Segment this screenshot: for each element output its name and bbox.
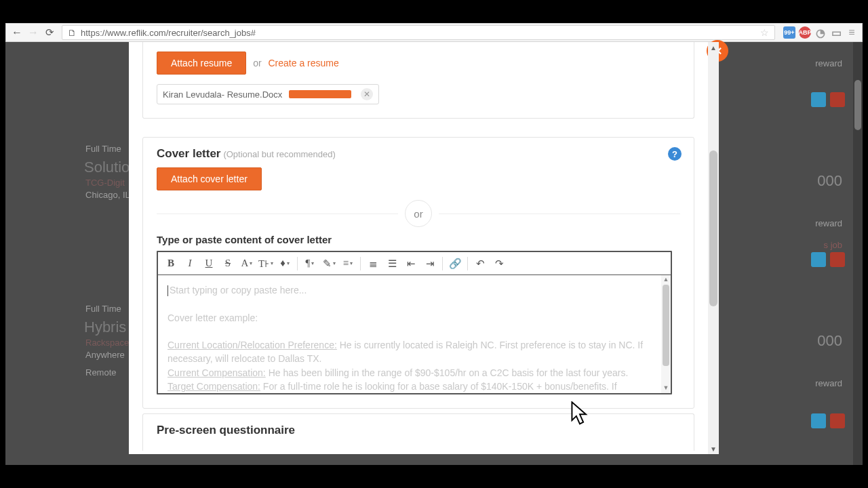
type-label: Type or paste content of cover letter bbox=[157, 234, 680, 245]
modal-scrollbar[interactable]: ▲ ▼ bbox=[708, 42, 719, 454]
menu-icon[interactable]: ≡ bbox=[846, 26, 858, 39]
example-label: Current Compensation: bbox=[167, 367, 266, 378]
text-color-icon[interactable]: ♦ bbox=[276, 255, 294, 272]
section-title: Pre-screen questionnaire bbox=[157, 424, 295, 436]
editor-textarea[interactable]: Start typing or copy paste here... Cover… bbox=[158, 275, 671, 393]
scroll-thumb[interactable] bbox=[854, 80, 861, 130]
editor-scrollbar[interactable]: ▲ ▼ bbox=[661, 275, 671, 393]
attach-resume-button[interactable]: Attach resume bbox=[157, 52, 246, 75]
bg-amount: 000 bbox=[817, 332, 842, 350]
example-label: Current Location/Relocation Preference: bbox=[167, 340, 337, 350]
attach-cover-letter-button[interactable]: Attach cover letter bbox=[157, 167, 262, 190]
twitter-icon[interactable] bbox=[811, 252, 826, 267]
scroll-down-icon[interactable]: ▼ bbox=[708, 443, 719, 454]
link-icon[interactable]: 🔗 bbox=[446, 255, 464, 272]
unordered-list-icon[interactable]: ☰ bbox=[383, 255, 401, 272]
font-size-icon[interactable]: T꜔ bbox=[257, 255, 275, 272]
extension-icon[interactable]: 99+ bbox=[783, 26, 795, 39]
bg-job-title: Hybris bbox=[84, 319, 126, 336]
share-row bbox=[811, 413, 845, 428]
prescreen-section: Pre-screen questionnaire bbox=[142, 413, 694, 451]
rich-text-editor: B I U S A T꜔ ♦ ¶ ✎ ≡ ≣ ☰ ⇤ ⇥ 🔗 ↶ ↷ bbox=[157, 251, 672, 394]
redo-icon[interactable]: ↷ bbox=[490, 255, 508, 272]
extension-icons: 99+ ABP ◔ ▭ ≡ bbox=[783, 26, 858, 39]
indent-icon[interactable]: ⇥ bbox=[421, 255, 439, 272]
googleplus-icon[interactable] bbox=[830, 413, 845, 428]
resume-section: Attach resume or Create a resume Kiran L… bbox=[142, 42, 694, 119]
googleplus-icon[interactable] bbox=[830, 252, 845, 267]
forward-icon[interactable]: → bbox=[26, 26, 40, 39]
back-icon[interactable]: ← bbox=[10, 26, 24, 39]
bookmark-star-icon[interactable]: ☆ bbox=[760, 27, 769, 38]
scroll-up-icon[interactable]: ▲ bbox=[661, 275, 671, 285]
example-label: Target Compensation: bbox=[167, 381, 260, 392]
scroll-thumb[interactable] bbox=[663, 285, 669, 366]
scroll-up-icon[interactable]: ▲ bbox=[708, 42, 719, 53]
strikethrough-icon[interactable]: S bbox=[219, 255, 237, 272]
help-icon[interactable]: ? bbox=[668, 147, 682, 161]
create-resume-link[interactable]: Create a resume bbox=[269, 58, 339, 68]
example-text: He has been billing in the range of $90-… bbox=[266, 367, 629, 378]
ordered-list-icon[interactable]: ≣ bbox=[364, 255, 382, 272]
remove-file-icon[interactable]: ✕ bbox=[361, 88, 373, 100]
bg-company: Rackspace bbox=[85, 338, 129, 348]
twitter-icon[interactable] bbox=[811, 92, 826, 107]
globe-icon: 🗋 bbox=[68, 28, 77, 38]
scroll-down-icon[interactable]: ▼ bbox=[661, 384, 671, 393]
submit-candidate-modal: ✕ Attach resume or Create a resume Kiran… bbox=[129, 42, 719, 454]
paragraph-icon[interactable]: ¶ bbox=[301, 255, 319, 272]
section-title: Cover letter bbox=[157, 147, 220, 160]
bg-reward: reward bbox=[815, 58, 842, 68]
browser-toolbar: ← → ⟳ 🗋 https://www.reflik.com/recruiter… bbox=[5, 23, 863, 42]
bg-reward: reward bbox=[815, 218, 842, 228]
url-field[interactable]: 🗋 https://www.reflik.com/recruiter/searc… bbox=[62, 25, 775, 40]
bold-icon[interactable]: B bbox=[162, 255, 180, 272]
undo-icon[interactable]: ↶ bbox=[471, 255, 489, 272]
bg-company: TCG-Digit bbox=[85, 178, 125, 188]
or-label: or bbox=[405, 200, 432, 227]
editor-toolbar: B I U S A T꜔ ♦ ¶ ✎ ≡ ≣ ☰ ⇤ ⇥ 🔗 ↶ ↷ bbox=[158, 252, 671, 275]
bg-location: Anywhere bbox=[85, 350, 125, 360]
font-family-icon[interactable]: A bbox=[238, 255, 256, 272]
file-name: Kiran Levudala- Resume.Docx bbox=[163, 89, 282, 100]
share-row bbox=[811, 92, 845, 107]
section-subtitle: (Optional but recommended) bbox=[223, 149, 335, 159]
bg-job-type: Full Time bbox=[85, 144, 121, 154]
reload-icon[interactable]: ⟳ bbox=[43, 26, 56, 39]
bg-job-title: Solutio bbox=[84, 159, 130, 176]
editor-placeholder: Start typing or copy paste here... bbox=[170, 285, 307, 296]
cover-letter-section: ? Cover letter (Optional but recommended… bbox=[142, 137, 694, 409]
or-divider: or bbox=[157, 200, 680, 227]
underline-icon[interactable]: U bbox=[200, 255, 218, 272]
outdent-icon[interactable]: ⇤ bbox=[402, 255, 420, 272]
bg-amount: 000 bbox=[817, 172, 842, 190]
bg-location: Chicago, IL bbox=[85, 190, 130, 200]
extension-icon[interactable]: ◔ bbox=[814, 26, 827, 39]
adblock-icon[interactable]: ABP bbox=[799, 26, 811, 39]
bg-remote: Remote bbox=[85, 367, 117, 378]
bg-reward: reward bbox=[815, 378, 842, 388]
highlight-icon[interactable]: ✎ bbox=[320, 255, 338, 272]
bg-job-type: Full Time bbox=[85, 304, 121, 314]
cast-icon[interactable]: ▭ bbox=[830, 26, 842, 39]
example-heading: Cover letter example: bbox=[167, 312, 258, 323]
url-text: https://www.reflik.com/recruiter/search_… bbox=[81, 28, 256, 38]
twitter-icon[interactable] bbox=[811, 413, 826, 428]
italic-icon[interactable]: I bbox=[181, 255, 199, 272]
align-icon[interactable]: ≡ bbox=[339, 255, 357, 272]
page-scrollbar[interactable] bbox=[853, 42, 863, 465]
scroll-thumb[interactable] bbox=[709, 150, 717, 306]
share-row bbox=[811, 252, 845, 267]
bg-job: s job bbox=[824, 240, 842, 250]
uploaded-file-chip: Kiran Levudala- Resume.Docx ✕ bbox=[157, 84, 379, 104]
or-text: or bbox=[253, 58, 261, 68]
googleplus-icon[interactable] bbox=[830, 92, 845, 107]
upload-progress-bar bbox=[289, 90, 351, 98]
